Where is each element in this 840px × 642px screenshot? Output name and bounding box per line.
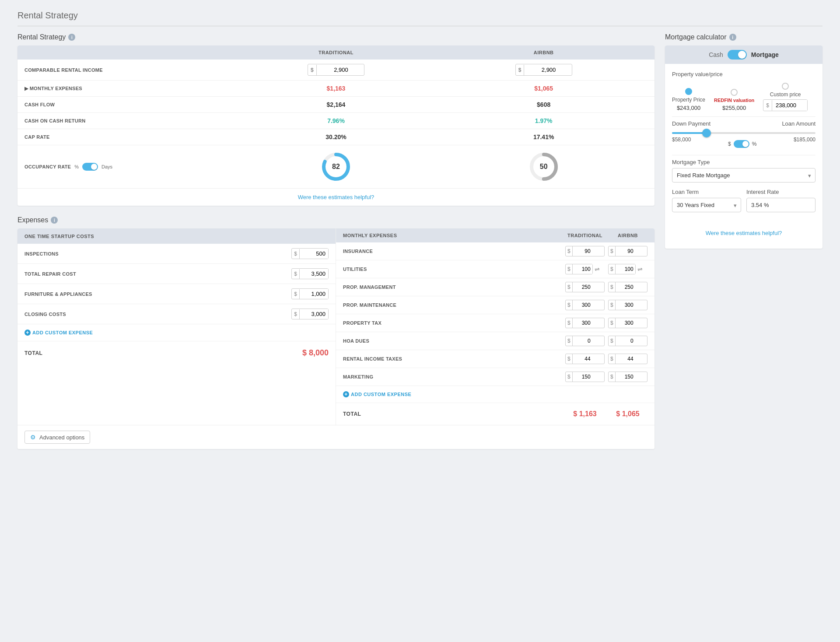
occupancy-donut-traditional: 82	[232, 151, 440, 182]
one-time-total-row: TOTAL $ 8,000	[18, 341, 336, 365]
percent-symbol: %	[752, 141, 757, 147]
monthly-row-prop-management: PROP. MANAGEMENT $ $	[336, 278, 654, 296]
rental-strategy-helpful-link[interactable]: Were these estimates helpful?	[18, 189, 654, 206]
hoa-airbnb-input[interactable]	[616, 336, 635, 346]
interest-rate-input[interactable]	[746, 198, 816, 212]
right-column: Mortgage calculator i Cash Mortgage Prop…	[665, 33, 822, 249]
one-time-total-value: $ 8,000	[302, 348, 329, 358]
occupancy-pct-label: %	[74, 164, 79, 169]
rit-airbnb-wrap: $	[608, 354, 648, 364]
add-custom-one-time-btn[interactable]: + ADD CUSTOM EXPENSE	[18, 324, 336, 341]
prop-mgmt-traditional-wrap: $	[565, 282, 605, 292]
advanced-options-button[interactable]: ⚙ Advanced options	[24, 431, 90, 444]
property-price-label: Property Price	[672, 97, 705, 103]
rental-strategy-table: TRADITIONAL AIRBNB COMPARABLE RENTAL INC…	[18, 46, 654, 206]
monthly-expenses-airbnb: $1,065	[440, 85, 648, 92]
comparable-traditional-input-wrap: $	[308, 64, 364, 76]
rit-traditional-input[interactable]	[573, 354, 592, 364]
custom-price-radio[interactable]	[782, 83, 789, 90]
slider-thumb[interactable]	[702, 129, 711, 137]
prop-tax-airbnb-wrap: $	[608, 318, 648, 328]
property-price-value: $243,000	[677, 105, 700, 111]
expense-row-closing: CLOSING COSTS $	[18, 304, 336, 324]
plus-circle-monthly-icon: +	[343, 391, 349, 397]
utilities-airbnb-filter-icon[interactable]: ⇌	[637, 266, 643, 273]
expenses-section-title: Expenses i	[18, 216, 654, 224]
inspections-input-wrap: $	[291, 248, 329, 259]
prop-mgmt-airbnb-input[interactable]	[616, 282, 635, 292]
one-time-header: ONE TIME STARTUP COSTS	[18, 228, 336, 244]
prop-mgmt-airbnb-wrap: $	[608, 282, 648, 292]
mortgage-helpful-link[interactable]: Were these estimates helpful?	[672, 225, 816, 242]
custom-price-label: Custom price	[770, 91, 801, 98]
occupancy-donut-airbnb: 50	[440, 151, 648, 182]
mortgage-info-icon[interactable]: i	[729, 34, 736, 41]
redfin-radio[interactable]	[731, 89, 738, 96]
dp-toggle[interactable]	[734, 140, 749, 148]
furniture-input[interactable]	[300, 289, 328, 299]
utilities-airbnb-input[interactable]	[616, 264, 635, 274]
loan-term-select[interactable]: 30 Years Fixed 15 Years Fixed 20 Years F…	[672, 198, 741, 212]
redfin-value: $255,000	[722, 105, 746, 111]
expenses-info-icon[interactable]: i	[51, 217, 58, 224]
monthly-row-prop-maintenance: PROP. MAINTENANCE $ $	[336, 296, 654, 314]
utilities-traditional-filter-icon[interactable]: ⇌	[595, 266, 600, 273]
divider2	[672, 155, 816, 155]
mortgage-section-title: Mortgage calculator i	[665, 33, 822, 41]
closing-input[interactable]	[300, 309, 328, 319]
prop-maint-traditional-input[interactable]	[573, 300, 592, 310]
mortgage-mode-toggle[interactable]	[728, 50, 747, 60]
marketing-airbnb-input[interactable]	[616, 372, 635, 382]
utilities-airbnb-wrap: $	[608, 264, 636, 274]
hoa-traditional-wrap: $	[565, 336, 605, 346]
coc-label: CASH ON CASH RETURN	[24, 118, 232, 123]
comparable-label: COMPARABLE RENTAL INCOME	[24, 67, 232, 73]
radio-property-price: Property Price $243,000	[672, 88, 705, 111]
header-col-airbnb: AIRBNB	[440, 50, 648, 55]
prop-mgmt-traditional-input[interactable]	[573, 282, 592, 292]
loan-term-label: Loan Term	[672, 189, 741, 195]
slider-track	[672, 132, 816, 134]
coc-airbnb: 1.97%	[440, 117, 648, 124]
property-price-radio[interactable]	[685, 88, 692, 95]
tab-cash[interactable]: Cash	[709, 51, 723, 58]
expenses-body: ONE TIME STARTUP COSTS INSPECTIONS $ TOT…	[18, 228, 654, 425]
slider-fill	[672, 132, 707, 134]
repair-input[interactable]	[300, 269, 328, 279]
inspections-input[interactable]	[300, 249, 328, 259]
monthly-expenses-section: MONTHLY EXPENSES TRADITIONAL AIRBNB INSU…	[336, 228, 654, 425]
comparable-airbnb-input[interactable]	[524, 64, 559, 75]
comparable-airbnb: $	[440, 64, 648, 76]
closing-label: CLOSING COSTS	[24, 312, 66, 317]
rental-table-header: TRADITIONAL AIRBNB	[18, 46, 654, 60]
mortgage-card: Cash Mortgage Property value/price Prope…	[665, 46, 822, 249]
prop-tax-traditional-input[interactable]	[573, 318, 592, 328]
insurance-airbnb-wrap: $	[608, 246, 648, 256]
divider1	[672, 116, 816, 117]
prop-maint-airbnb-wrap: $	[608, 300, 648, 310]
hoa-traditional-input[interactable]	[573, 336, 592, 346]
cap-rate-traditional: 30.20%	[232, 133, 440, 140]
marketing-traditional-input[interactable]	[573, 372, 592, 382]
add-custom-monthly-btn[interactable]: + ADD CUSTOM EXPENSE	[336, 386, 654, 403]
occupancy-label: OCCUPANCY RATE	[24, 164, 71, 169]
prop-tax-airbnb-input[interactable]	[616, 318, 635, 328]
prop-maint-airbnb-input[interactable]	[616, 300, 635, 310]
loan-term-interest-row: Loan Term 30 Years Fixed 15 Years Fixed …	[672, 189, 816, 218]
monthly-row-insurance: INSURANCE $ $	[336, 242, 654, 260]
rit-airbnb-input[interactable]	[616, 354, 635, 364]
custom-price-input-wrap: $	[763, 99, 808, 111]
occupancy-toggle[interactable]	[82, 163, 98, 171]
rental-strategy-info-icon[interactable]: i	[68, 34, 75, 41]
mortgage-type-select[interactable]: Fixed Rate Mortgage Adjustable Rate Mort…	[672, 168, 816, 182]
custom-price-input[interactable]	[772, 100, 807, 111]
comparable-traditional-input[interactable]	[317, 64, 352, 75]
insurance-traditional-input[interactable]	[573, 246, 592, 256]
interest-rate-label: Interest Rate	[746, 189, 816, 195]
rental-row-occupancy: OCCUPANCY RATE % Days 82	[18, 145, 654, 189]
tab-mortgage[interactable]: Mortgage	[751, 51, 779, 58]
utilities-traditional-input[interactable]	[573, 264, 592, 274]
hoa-airbnb-wrap: $	[608, 336, 648, 346]
insurance-airbnb-input[interactable]	[616, 246, 635, 256]
occupancy-days-label: Days	[102, 164, 112, 169]
